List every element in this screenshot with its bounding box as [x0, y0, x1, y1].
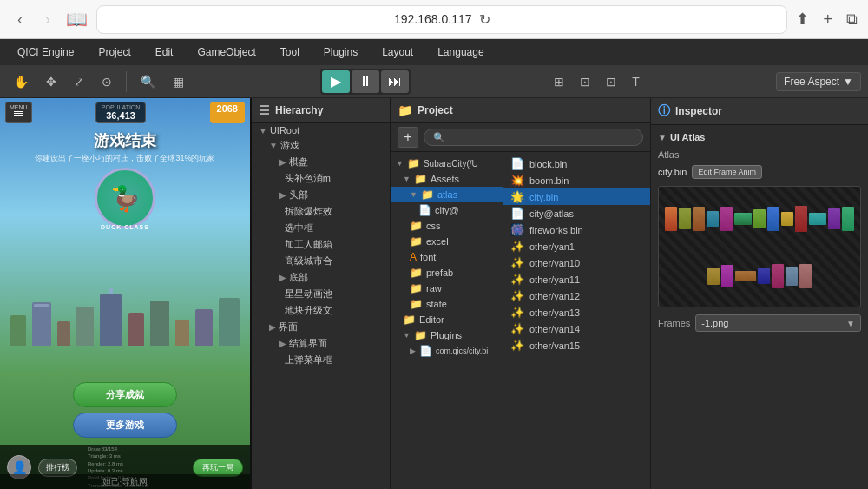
- file-city-atlas[interactable]: 📄 city@atlas: [503, 205, 650, 221]
- proj-assets[interactable]: ▼ 📁 Assets: [391, 171, 503, 187]
- proj-city-at[interactable]: 📄 city@: [391, 202, 503, 218]
- file-yan14[interactable]: ✨ other/yan14: [503, 320, 650, 337]
- city-view: [0, 241, 250, 346]
- edit-frame-btn[interactable]: Edit Frame Anim: [692, 165, 762, 179]
- play-button[interactable]: ▶: [322, 70, 350, 93]
- tree-bottom[interactable]: ▶ 底部: [252, 269, 390, 286]
- toolbar: ✋ ✥ ⤢ ⊙ 🔍 ▦ ▶ ⏸ ⏭ ⊞ ⊡ ⊡ T Free Aspect ▼: [0, 65, 868, 98]
- file-yan11[interactable]: ✨ other/yan11: [503, 271, 650, 287]
- tree-select-box[interactable]: 选中框: [252, 220, 390, 236]
- menu-gameobject[interactable]: GameObject: [187, 43, 266, 62]
- share-button[interactable]: ⬆: [796, 10, 809, 29]
- layout-btn3[interactable]: ⊡: [599, 69, 623, 94]
- proj-prefab[interactable]: 📁 prefab: [391, 265, 503, 281]
- forward-button[interactable]: ›: [38, 7, 57, 32]
- tree-worker[interactable]: 加工人邮箱: [252, 236, 390, 253]
- file-city-bin[interactable]: 🌟 city.bin: [503, 188, 650, 205]
- frames-select[interactable]: -1.png ▼: [695, 314, 861, 332]
- inspector-content: ▼ UI Atlas Atlas city.bin Edit Frame Ani…: [651, 125, 868, 489]
- proj-excel[interactable]: 📁 excel: [391, 234, 503, 249]
- refresh-button[interactable]: ↻: [479, 11, 490, 28]
- project-content: ▼ 📁 SubaraCity(/U ▼ 📁 Assets ▼ 📁 atlas 📄…: [391, 152, 650, 489]
- game-panel: MENU POPULATION 36,413 2068 游戏结束 你建设出了一座…: [0, 98, 252, 489]
- menu-tool[interactable]: Tool: [270, 43, 310, 62]
- raw-label: raw: [426, 283, 442, 294]
- tree-city-merge[interactable]: 高级城市合: [252, 253, 390, 269]
- tree-game[interactable]: ▼ 游戏: [252, 137, 390, 154]
- file-yan1[interactable]: ✨ other/yan1: [503, 238, 650, 254]
- tree-explode[interactable]: 拆除爆炸效: [252, 203, 390, 220]
- file-fireworks-bin[interactable]: 🎆 fireworks.bin: [503, 221, 650, 238]
- file-van15[interactable]: ✨ other/van15: [503, 337, 650, 354]
- file-yan12[interactable]: ✨ other/yan12: [503, 287, 650, 304]
- proj-raw[interactable]: 📁 raw: [391, 281, 503, 296]
- step-button[interactable]: ⏭: [381, 70, 409, 93]
- atlas-value: city.bin: [658, 167, 687, 177]
- tree-head-color[interactable]: 头补色消m: [252, 170, 390, 187]
- layout-btn1[interactable]: ⊞: [547, 69, 571, 94]
- tabs-button[interactable]: ⧉: [846, 10, 858, 29]
- rotate-tool-btn[interactable]: ⊙: [95, 69, 119, 94]
- tree-popup[interactable]: 上弹菜单框: [252, 352, 390, 368]
- file-block-bin[interactable]: 📄 block.bin: [503, 155, 650, 172]
- popup-label: 上弹菜单框: [285, 354, 332, 367]
- game-subtitle: 你建设出了一座小巧的村庄，击败了全球31%的玩家: [0, 153, 250, 164]
- file-yan13[interactable]: ✨ other/yan13: [503, 304, 650, 320]
- fireworks-bin-name: fireworks.bin: [529, 225, 583, 235]
- menu-language[interactable]: Language: [427, 43, 494, 62]
- block-bin-icon: 📄: [510, 157, 524, 170]
- city-bin-icon: 🌟: [510, 190, 524, 203]
- more-games-btn[interactable]: 更多游戏: [73, 413, 177, 438]
- pause-button[interactable]: ⏸: [352, 70, 379, 93]
- tree-uiroot[interactable]: ▼ UIRoot: [252, 123, 390, 137]
- proj-state[interactable]: 📁 state: [391, 296, 503, 312]
- tree-block-upgrade[interactable]: 地块升级文: [252, 302, 390, 319]
- tree-chessboard[interactable]: ▶ 棋盘: [252, 154, 390, 170]
- grid-tool-btn[interactable]: ▦: [166, 69, 191, 94]
- url-bar[interactable]: 192.168.0.117 ↻: [96, 5, 787, 34]
- tree-head[interactable]: ▶ 头部: [252, 187, 390, 203]
- proj-font[interactable]: A font: [391, 249, 503, 265]
- proj-css[interactable]: 📁 css: [391, 218, 503, 234]
- project-add-btn[interactable]: +: [398, 127, 418, 148]
- menu-line3: [14, 115, 23, 116]
- new-tab-button[interactable]: +: [823, 10, 832, 29]
- aspect-control[interactable]: Free Aspect ▼: [776, 72, 861, 91]
- proj-subaracity[interactable]: ▼ 📁 SubaraCity(/U: [391, 155, 503, 171]
- back-button[interactable]: ‹: [10, 7, 30, 32]
- share-achievement-btn[interactable]: 分享成就: [73, 382, 177, 407]
- file-yan10[interactable]: ✨ other/yan10: [503, 254, 650, 271]
- proj-com-qics[interactable]: ▶ 📄 com.qics/city.bi: [391, 343, 503, 359]
- menu-layout[interactable]: Layout: [372, 43, 424, 62]
- sprite3: [693, 207, 705, 231]
- bookmarks-button[interactable]: 📖: [66, 9, 88, 30]
- text-tool-btn[interactable]: T: [625, 69, 647, 94]
- tree-settle[interactable]: ▶ 结算界面: [252, 335, 390, 352]
- layout-btn2[interactable]: ⊡: [573, 69, 597, 94]
- game-menu-button[interactable]: MENU: [5, 102, 32, 123]
- hierarchy-panel: ☰ Hierarchy ▼ UIRoot ▼ 游戏 ▶ 棋盘 头补色消m ▶: [252, 98, 391, 489]
- head-color-arrow: [279, 174, 282, 183]
- zoom-tool-btn[interactable]: 🔍: [134, 69, 162, 94]
- menu-project[interactable]: Project: [88, 43, 141, 62]
- inspector-panel: ⓘ Inspector ▼ UI Atlas Atlas city.bin Ed…: [651, 98, 868, 489]
- proj-editor[interactable]: 📁 Editor: [391, 312, 503, 327]
- tree-ui[interactable]: ▶ 界面: [252, 319, 390, 335]
- menu-edit[interactable]: Edit: [145, 43, 184, 62]
- scale-tool-btn[interactable]: ⤢: [67, 69, 91, 94]
- file-boom-bin[interactable]: 💥 boom.bin: [503, 172, 650, 188]
- project-files: 📄 block.bin 💥 boom.bin 🌟 city.bin 📄 city…: [503, 152, 650, 489]
- project-toolbar: +: [391, 123, 650, 152]
- proj-plugins[interactable]: ▼ 📁 Plugins: [391, 327, 503, 343]
- boom-bin-name: boom.bin: [529, 175, 569, 186]
- menu-qici[interactable]: QICI Engine: [7, 43, 84, 62]
- project-search-input[interactable]: [424, 129, 643, 146]
- hand-tool-btn[interactable]: ✋: [7, 69, 36, 94]
- menu-bar: QICI Engine Project Edit GameObject Tool…: [0, 39, 868, 65]
- aspect-label: Free Aspect: [784, 76, 839, 88]
- proj-atlas[interactable]: ▼ 📁 atlas: [391, 187, 503, 202]
- menu-plugins[interactable]: Plugins: [313, 43, 368, 62]
- project-tree: ▼ 📁 SubaraCity(/U ▼ 📁 Assets ▼ 📁 atlas 📄…: [391, 152, 503, 489]
- tree-stars[interactable]: 星星动画池: [252, 286, 390, 302]
- move-tool-btn[interactable]: ✥: [39, 69, 63, 94]
